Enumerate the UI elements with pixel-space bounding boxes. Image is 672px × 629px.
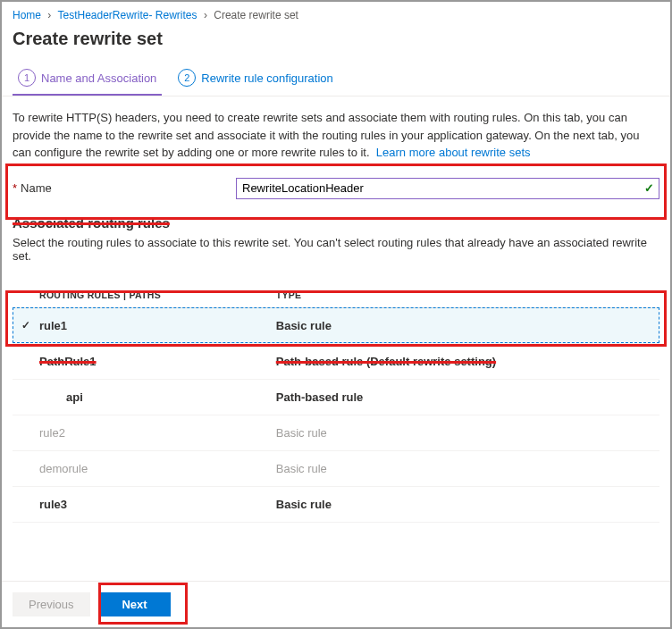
name-label: *Name [13, 181, 236, 195]
rule-type-cell: Basic rule [276, 307, 659, 343]
col-header-rules: ROUTING RULES | PATHS [13, 282, 276, 308]
name-input[interactable] [236, 178, 659, 199]
tab-rewrite-rule-config[interactable]: 2 Rewrite rule configuration [172, 62, 338, 96]
rule-name-cell: ✓rule1 [13, 307, 276, 343]
associated-rules-desc: Select the routing rules to associate to… [13, 236, 659, 263]
table-row[interactable]: PathRule1Path-based rule (Default rewrit… [13, 343, 659, 379]
tab-label: Rewrite rule configuration [201, 71, 332, 85]
valid-check-icon: ✓ [644, 181, 654, 195]
routing-rules-table: ROUTING RULES | PATHS TYPE ✓rule1Basic r… [13, 282, 659, 523]
name-field-row: *Name ✓ [13, 178, 659, 199]
table-row[interactable]: rule3Basic rule [13, 486, 659, 522]
required-asterisk-icon: * [13, 181, 17, 195]
table-row[interactable]: demoruleBasic rule [13, 450, 659, 486]
checkmark-icon: ✓ [21, 319, 34, 331]
page-title: Create rewrite set [2, 25, 670, 62]
tab-label: Name and Association [41, 71, 156, 85]
rule-type-cell: Basic rule [276, 415, 659, 450]
step-number-icon: 2 [178, 69, 196, 87]
associated-rules-heading: Associated routing rules [13, 215, 659, 231]
learn-more-link[interactable]: Learn more about rewrite sets [376, 146, 531, 159]
table-row[interactable]: rule2Basic rule [13, 415, 659, 450]
rule-name-cell: api [13, 379, 276, 415]
rule-name-cell: rule2 [13, 415, 276, 450]
rule-type-cell: Path-based rule (Default rewrite setting… [276, 343, 659, 379]
rule-name-cell: demorule [13, 450, 276, 486]
breadcrumb-current: Create rewrite set [214, 9, 298, 21]
chevron-right-icon: › [47, 9, 51, 21]
intro-text: To rewrite HTTP(S) headers, you need to … [13, 109, 659, 162]
table-row[interactable]: apiPath-based rule [13, 379, 659, 415]
rule-type-cell: Basic rule [276, 450, 659, 486]
table-row[interactable]: ✓rule1Basic rule [13, 307, 659, 343]
rule-name-cell: PathRule1 [13, 343, 276, 379]
col-header-type: TYPE [276, 282, 659, 308]
step-number-icon: 1 [18, 69, 36, 87]
chevron-right-icon: › [204, 9, 207, 21]
previous-button[interactable]: Previous [13, 592, 90, 616]
breadcrumb: Home › TestHeaderRewrite- Rewrites › Cre… [2, 2, 670, 25]
wizard-footer: Previous Next [2, 581, 670, 627]
rule-name-cell: rule3 [13, 486, 276, 522]
breadcrumb-resource[interactable]: TestHeaderRewrite- Rewrites [57, 9, 197, 21]
content-area: To rewrite HTTP(S) headers, you need to … [2, 96, 670, 581]
wizard-tabs: 1 Name and Association 2 Rewrite rule co… [2, 62, 670, 96]
breadcrumb-home[interactable]: Home [13, 9, 41, 21]
next-button[interactable]: Next [99, 592, 171, 616]
tab-name-association[interactable]: 1 Name and Association [13, 62, 162, 96]
rule-type-cell: Path-based rule [276, 379, 659, 415]
rule-type-cell: Basic rule [276, 486, 659, 522]
